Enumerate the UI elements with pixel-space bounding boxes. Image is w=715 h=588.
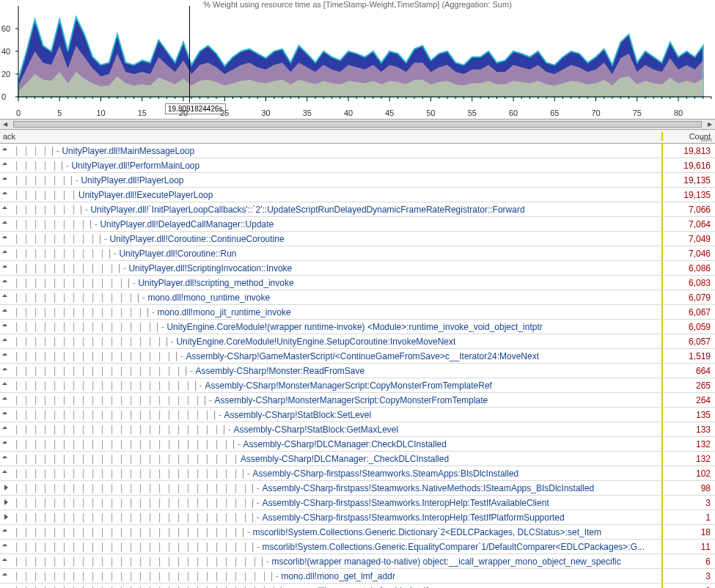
stack-row[interactable]: |||||||||||||||- mono.dll!mono_jit_runti… [0,305,715,320]
stack-row[interactable]: ||||||||||||||||||||||||||- mscorlib!Sys… [0,540,715,554]
stack-row[interactable]: ||||||||||||||||||||- Assembly-CSharp!Mo… [0,378,715,393]
expander-expanded-icon[interactable] [3,250,10,257]
scroll-thumb[interactable] [13,121,702,128]
tree-guide: | [12,351,21,361]
expander-collapsed-icon[interactable] [3,485,10,491]
expander-expanded-icon[interactable] [3,529,10,535]
expander-expanded-icon[interactable] [3,147,10,154]
stack-row[interactable]: ||||||||||||||- mono.dll!mono_runtime_in… [0,290,715,305]
stack-row[interactable]: ||||||||||||||||- UnityEngine.CoreModule… [0,320,715,334]
expander-collapsed-icon[interactable] [3,514,10,521]
stack-row[interactable]: ||||||||- UnityPlayer.dll!`InitPlayerLoo… [0,202,715,217]
stack-row[interactable]: |||||||||- UnityPlayer.dll!DelayedCallMa… [0,217,715,232]
tree-guide: | [231,483,241,493]
expander-expanded-icon[interactable] [3,411,10,418]
expander-expanded-icon[interactable] [3,177,10,183]
tree-guide: | [145,351,155,361]
stack-row[interactable]: ||||||- UnityPlayer.dll!PerformMainLoop1… [0,158,715,173]
tree-guide: | [193,498,202,508]
tree-guide: | [221,483,231,493]
stack-row[interactable]: |||||- UnityPlayer.dll!MainMessageLoop19… [0,144,715,158]
timeline-chart[interactable]: % Weight using resource time as [TimeSta… [0,0,715,120]
stack-row[interactable]: |||||||||||||||||||||- Assembly-CSharp!M… [0,393,715,408]
expander-expanded-icon[interactable] [3,235,10,242]
tree-guide: | [117,586,126,589]
stack-row[interactable]: |||||||UnityPlayer.dll!ExecutePlayerLoop… [0,188,715,202]
stack-row[interactable]: ||||||||||||||||||||||||Assembly-CSharp!… [0,452,715,466]
tree-guide: | [193,527,202,537]
stack-row[interactable]: |||||||||||||||||||||||||||||- mono.dll!… [0,584,715,588]
expander-expanded-icon[interactable] [3,558,10,565]
column-header-stack[interactable]: ack [0,132,661,141]
stack-row[interactable]: ||||||||||||||||||||||||||||- mono.dll!m… [0,569,715,584]
tree-guide: | [174,498,183,508]
tree-guide: | [155,586,164,589]
stack-row[interactable]: ||||||||||- UnityPlayer.dll!Coroutine::C… [0,232,715,246]
expander-expanded-icon[interactable] [3,338,10,345]
column-header-count[interactable]: Count Sum [661,132,715,141]
expander-expanded-icon[interactable] [3,367,10,374]
expander-expanded-icon[interactable] [3,294,10,301]
stack-row[interactable]: |||||||||||||||||||||||||||- mscorlib!(w… [0,554,715,569]
tree-guide: | [21,542,31,552]
expander-expanded-icon[interactable] [3,382,10,389]
expander-expanded-icon[interactable] [3,323,10,330]
tree-guide: | [31,307,40,317]
tree-guide: | [69,234,78,244]
tree-guide: | [59,175,69,185]
stack-row[interactable]: |||||||||||- UnityPlayer.dll!Coroutine::… [0,246,715,261]
expander-expanded-icon[interactable] [3,162,10,169]
function-name: Assembly-CSharp-firstpass!Steamworks.Int… [262,512,564,523]
stack-row[interactable]: ||||||||||||||||||- Assembly-CSharp!Game… [0,349,715,364]
tree-guide: | [12,439,21,449]
stack-row[interactable]: |||||||- UnityPlayer.dll!PlayerLoop19,13… [0,173,715,188]
expander-expanded-icon[interactable] [3,265,10,271]
tree-guide: | [250,586,260,589]
expander-collapsed-icon[interactable] [3,499,10,506]
function-name: mscorlib!System.Collections.Generic.Equa… [262,542,645,552]
tree-guide: | [21,161,31,171]
expander-expanded-icon[interactable] [3,353,10,359]
expander-expanded-icon[interactable] [3,455,10,462]
stack-row[interactable]: ||||||||||||||||||||||||||- Assembly-CSh… [0,510,715,525]
expander-expanded-icon[interactable] [3,573,10,579]
tree-guide: | [50,322,59,332]
expander-expanded-icon[interactable] [3,543,10,550]
stack-row[interactable]: |||||||||||||||||||||||||- mscorlib!Syst… [0,525,715,540]
tree-guide: | [21,307,31,317]
call-tree[interactable]: |||||- UnityPlayer.dll!MainMessageLoop19… [0,144,715,588]
expander-expanded-icon[interactable] [3,206,10,213]
expander-expanded-icon[interactable] [3,397,10,403]
tree-guide: | [88,278,98,288]
expander-expanded-icon[interactable] [3,221,10,227]
tree-guide: | [12,190,21,200]
stack-row[interactable]: ||||||||||||||||||||||||- Assembly-CShar… [0,437,715,452]
tree-guide: | [50,512,59,523]
scroll-left-arrow[interactable]: ◀ [0,120,10,129]
tree-guide: | [155,468,164,479]
tree-guide: | [78,263,88,273]
stack-row[interactable]: |||||||||||||||||- UnityEngine.CoreModul… [0,334,715,349]
expander-expanded-icon[interactable] [3,426,10,433]
horizontal-scrollbar[interactable]: ◀ ▶ [0,120,715,130]
stack-row[interactable]: ||||||||||||||||||||||||||- Assembly-CSh… [0,496,715,510]
scroll-right-arrow[interactable]: ▶ [705,120,715,129]
tree-guide: | [40,381,50,391]
stack-row[interactable]: |||||||||||||- UnityPlayer.dll!scripting… [0,276,715,290]
stack-row[interactable]: ||||||||||||||||||||||- Assembly-CSharp!… [0,408,715,422]
tree-guide: | [40,454,50,464]
tree-guide: | [145,571,155,581]
stack-row[interactable]: ||||||||||||||||||||||||||- Assembly-CSh… [0,481,715,496]
expander-expanded-icon[interactable] [3,309,10,315]
stack-row[interactable]: |||||||||||||||||||||||||- Assembly-CSha… [0,466,715,481]
tree-branch: |- [117,263,128,273]
stack-row[interactable]: ||||||||||||- UnityPlayer.dll!ScriptingI… [0,261,715,276]
expander-expanded-icon[interactable] [3,470,10,477]
expander-expanded-icon[interactable] [3,441,10,447]
tree-guide: | [69,322,78,332]
time-marker[interactable] [189,6,190,103]
expander-expanded-icon[interactable] [3,191,10,198]
stack-row[interactable]: |||||||||||||||||||||||- Assembly-CSharp… [0,422,715,437]
stack-row[interactable]: |||||||||||||||||||- Assembly-CSharp!Mon… [0,364,715,378]
expander-expanded-icon[interactable] [3,279,10,286]
